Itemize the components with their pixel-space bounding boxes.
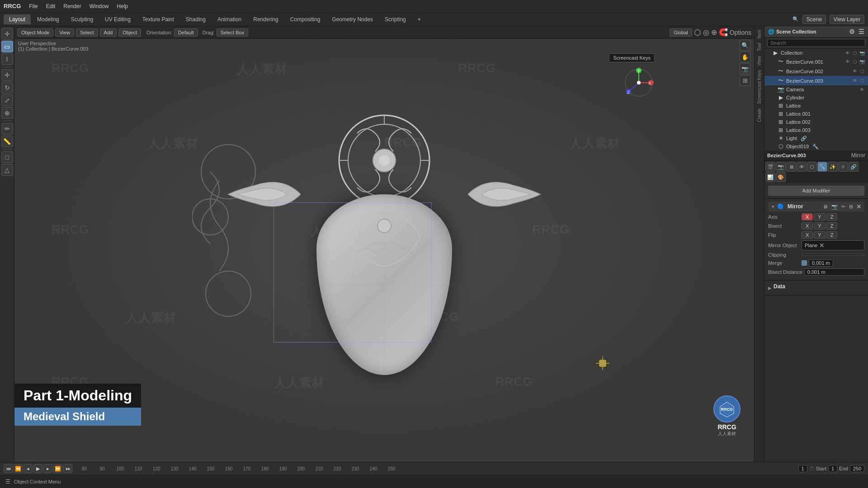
start-value[interactable]: 1	[828, 465, 837, 472]
tab-texture-paint[interactable]: Texture Paint	[137, 14, 179, 24]
create-tab[interactable]: Create	[757, 107, 762, 124]
bisect-y-btn[interactable]: Y	[814, 222, 825, 230]
prop-tab-scene[interactable]: 🎬	[765, 162, 775, 172]
current-frame-value[interactable]: 1	[798, 465, 807, 472]
object-menu[interactable]: Object	[118, 28, 141, 37]
prop-tab-output[interactable]: 🖥	[786, 162, 796, 172]
tab-layout[interactable]: Layout	[4, 14, 31, 24]
viewport-icon-bc1[interactable]: ⬡	[852, 59, 858, 64]
tool-annotate[interactable]: ✏	[1, 123, 13, 135]
play-btn[interactable]: ▶	[33, 464, 42, 473]
outliner-item-collection[interactable]: ▶ Collection 👁 ⬡ 📷	[764, 49, 868, 57]
scene-selector[interactable]: Scene	[802, 15, 826, 24]
eye-icon-bc1[interactable]: 👁	[844, 59, 851, 64]
bisect-x-btn[interactable]: X	[802, 222, 813, 230]
prev-frame-btn[interactable]: ⏪	[14, 464, 23, 473]
tool-add-mesh[interactable]: △	[1, 164, 13, 176]
tool-measure[interactable]: 📏	[1, 136, 13, 147]
data-section-header[interactable]: ▶ Data	[768, 283, 864, 292]
outliner-item-lattice002[interactable]: ⊞ Lattice.002	[764, 118, 868, 126]
menu-window[interactable]: Window	[86, 2, 113, 10]
tool-cursor[interactable]: ✛	[1, 28, 13, 40]
flip-x-btn[interactable]: X	[802, 231, 813, 239]
outliner-options-icon[interactable]: ☰	[859, 28, 864, 35]
tool-select-box[interactable]: ▭	[1, 41, 13, 52]
tool-move[interactable]: ✛	[1, 69, 13, 81]
tab-animation[interactable]: Animation	[212, 14, 247, 24]
grid-icon[interactable]: ⊞	[740, 75, 750, 86]
outliner-search-input[interactable]	[767, 39, 865, 47]
view-menu[interactable]: View	[55, 28, 74, 37]
eye-icon-bc3[interactable]: 👁	[852, 78, 858, 83]
prop-tab-data[interactable]: 📊	[765, 172, 775, 182]
tool-rotate[interactable]: ↻	[1, 82, 13, 94]
item-tab[interactable]: Item	[757, 28, 762, 40]
tab-add-workspace[interactable]: +	[412, 14, 426, 24]
mirror-object-clear-btn[interactable]: ✕	[819, 242, 825, 249]
tab-uv-editing[interactable]: UV Editing	[99, 14, 136, 24]
hand-icon[interactable]: ✋	[740, 52, 750, 62]
outliner-item-lattice001[interactable]: ⊞ Lattice.001	[764, 110, 868, 118]
outliner-item-lattice[interactable]: ⊞ Lattice	[764, 102, 868, 110]
tool-add-cube[interactable]: □	[1, 151, 13, 163]
gizmo-icon[interactable]: ⊕	[711, 28, 717, 37]
tool-lasso[interactable]: ⌇	[1, 53, 13, 65]
jump-end-btn[interactable]: ⏭	[63, 464, 72, 473]
tool-tab[interactable]: Tool	[757, 41, 762, 53]
axis-x-btn[interactable]: X	[802, 213, 813, 221]
modifier-close-btn[interactable]: ✕	[856, 203, 862, 210]
shading-icon[interactable]: ⬡	[694, 28, 701, 38]
add-menu[interactable]: Add	[100, 28, 117, 37]
orientation-selector[interactable]: Default	[174, 28, 198, 37]
cage-btn[interactable]: ⊞	[848, 204, 854, 210]
tab-compositing[interactable]: Compositing	[285, 14, 326, 24]
eye-icon-cam[interactable]: 👁	[859, 87, 865, 92]
realtime-btn[interactable]: 🖥	[821, 204, 829, 210]
render-icon-bc1[interactable]: 📷	[859, 59, 865, 64]
global-selector[interactable]: Global	[670, 28, 692, 37]
outliner-item-object019[interactable]: ⬡ Object019 🔧	[764, 142, 868, 150]
options-btn[interactable]: Options	[730, 29, 751, 36]
outliner-item-beziercurve002[interactable]: 〜 BezierCurve.002 👁 ⬡	[764, 66, 868, 76]
edit-btn[interactable]: ✏	[840, 204, 847, 210]
next-frame-btn[interactable]: ⏩	[53, 464, 62, 473]
outliner-item-camera[interactable]: 📷 Camera 👁	[764, 85, 868, 94]
viewport-icon[interactable]: ⬡	[852, 51, 858, 56]
modifier-expand-icon[interactable]: ▼	[771, 204, 775, 209]
end-value[interactable]: 250	[850, 465, 864, 472]
render-icon[interactable]: 📷	[859, 51, 865, 56]
axis-y-btn[interactable]: Y	[814, 213, 825, 221]
prop-tab-modifiers[interactable]: 🔧	[817, 162, 827, 172]
prop-tab-view[interactable]: 👁	[797, 162, 807, 172]
tab-rendering[interactable]: Rendering	[248, 14, 283, 24]
drag-type-selector[interactable]: Select Box	[217, 28, 249, 37]
prop-tab-physics[interactable]: ⚛	[838, 162, 848, 172]
overlay-icon[interactable]: ◎	[703, 28, 709, 37]
viewport-icon-bc3[interactable]: ⬡	[859, 78, 865, 83]
viewport-3d[interactable]: RRCG 人人素材 RRCG 人人素材 RRCG 人人素材 RRCG 人人素材 …	[14, 26, 754, 462]
outliner-item-lattice003[interactable]: ⊞ Lattice.003	[764, 126, 868, 134]
add-modifier-button[interactable]: Add Modifier	[768, 186, 864, 196]
outliner-item-beziercurve003[interactable]: 〜 BezierCurve.003 👁 ⬡	[764, 76, 868, 85]
tab-geometry-nodes[interactable]: Geometry Nodes	[326, 14, 378, 24]
viewport-icon-bc2[interactable]: ⬡	[859, 69, 865, 74]
tab-modeling[interactable]: Modeling	[32, 14, 65, 24]
tab-scripting[interactable]: Scripting	[379, 14, 411, 24]
view-tab[interactable]: View	[757, 54, 762, 68]
prop-tab-particles[interactable]: ✨	[828, 162, 838, 172]
tab-sculpting[interactable]: Sculpting	[66, 14, 99, 24]
flip-z-btn[interactable]: Z	[826, 231, 838, 239]
menu-file[interactable]: File	[25, 2, 41, 10]
prop-tab-object[interactable]: ⬡	[807, 162, 817, 172]
tool-transform[interactable]: ⊕	[1, 107, 13, 119]
tab-shading[interactable]: Shading	[180, 14, 211, 24]
view-layer-selector[interactable]: View Layer	[830, 15, 864, 24]
camera-icon[interactable]: 📷	[740, 63, 750, 74]
flip-y-btn[interactable]: Y	[814, 231, 825, 239]
snap-icon[interactable]: 🧲	[719, 28, 728, 37]
zoom-in-icon[interactable]: 🔍	[740, 40, 750, 51]
jump-start-btn[interactable]: ⏮	[4, 464, 13, 473]
mode-selector[interactable]: Object Mode	[17, 28, 53, 37]
merge-value[interactable]: 0.001 m	[809, 259, 833, 267]
filter-icon[interactable]: ⚙	[849, 28, 855, 35]
